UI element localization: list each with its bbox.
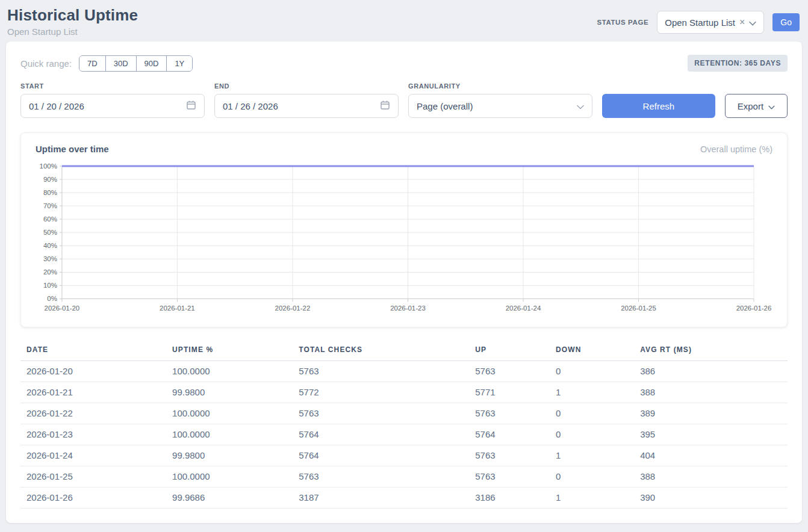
table-cell: 3187 <box>293 487 469 509</box>
svg-text:10%: 10% <box>43 282 57 289</box>
status-page-value: Open Startup List <box>665 17 735 28</box>
page-header: Historical Uptime Open Startup List STAT… <box>0 0 808 42</box>
start-date-value: 01 / 20 / 2026 <box>29 101 186 111</box>
clear-icon[interactable]: × <box>739 17 745 27</box>
svg-text:2026-01-24: 2026-01-24 <box>506 305 541 312</box>
start-date-field-group: START 01 / 20 / 2026 <box>20 82 205 118</box>
table-cell: 5763 <box>293 466 469 487</box>
table-col-header: DOWN <box>550 341 634 361</box>
svg-text:2026-01-20: 2026-01-20 <box>45 305 80 312</box>
export-button[interactable]: Export <box>725 94 788 118</box>
table-cell: 5763 <box>469 361 550 382</box>
table-cell: 388 <box>634 466 788 487</box>
table-cell: 100.0000 <box>166 403 293 424</box>
uptime-table: DATEUPTIME %TOTAL CHECKSUPDOWNAVG RT (MS… <box>20 341 788 509</box>
quick-range-group: 7D30D90D1Y <box>79 55 193 72</box>
table-cell: 1 <box>550 445 634 466</box>
refresh-button[interactable]: Refresh <box>602 94 715 118</box>
table-cell: 2026-01-20 <box>20 361 166 382</box>
table-cell: 0 <box>550 466 634 487</box>
page-title: Historical Uptime <box>7 6 138 25</box>
table-cell: 5764 <box>293 445 469 466</box>
table-cell: 386 <box>634 361 788 382</box>
table-cell: 2026-01-26 <box>20 487 166 509</box>
table-cell: 99.9686 <box>166 487 293 509</box>
page-subtitle: Open Startup List <box>7 26 138 37</box>
svg-text:50%: 50% <box>43 229 57 236</box>
uptime-line-chart-svg: 0%10%20%30%40%50%60%70%80%90%100%2026-01… <box>36 162 772 317</box>
svg-text:20%: 20% <box>43 268 57 276</box>
table-row: 2026-01-22100.0000576357630389 <box>20 403 788 424</box>
table-col-header: UP <box>469 341 550 361</box>
end-date-label: END <box>214 82 399 90</box>
table-cell: 99.9800 <box>166 445 293 466</box>
quick-range-row: Quick range: 7D30D90D1Y RETENTION: 365 D… <box>20 55 788 72</box>
go-button[interactable]: Go <box>772 13 800 31</box>
table-cell: 1 <box>550 382 634 403</box>
svg-text:2026-01-26: 2026-01-26 <box>736 305 772 312</box>
calendar-icon <box>380 100 390 112</box>
start-date-label: START <box>20 82 205 90</box>
quick-range-1y[interactable]: 1Y <box>166 56 192 71</box>
table-cell: 5763 <box>469 466 550 487</box>
status-page-select[interactable]: Open Startup List × <box>657 11 764 34</box>
calendar-icon <box>186 100 196 112</box>
table-cell: 2026-01-23 <box>20 424 166 445</box>
quick-range-7d[interactable]: 7D <box>79 56 105 71</box>
end-date-input[interactable]: 01 / 26 / 2026 <box>214 94 399 118</box>
chevron-down-icon <box>749 17 756 28</box>
table-cell: 5763 <box>293 361 469 382</box>
table-cell: 2026-01-21 <box>20 382 166 403</box>
table-row: 2026-01-20100.0000576357630386 <box>20 361 788 382</box>
table-cell: 404 <box>634 445 788 466</box>
granularity-field-group: GRANULARITY Page (overall) <box>408 82 592 118</box>
granularity-value: Page (overall) <box>417 101 577 111</box>
granularity-label: GRANULARITY <box>408 82 592 90</box>
svg-text:70%: 70% <box>43 202 57 209</box>
chart-title: Uptime over time <box>36 144 109 154</box>
table-cell: 5764 <box>469 424 550 445</box>
quick-range-left: Quick range: 7D30D90D1Y <box>20 55 193 72</box>
title-block: Historical Uptime Open Startup List <box>7 6 138 37</box>
table-row: 2026-01-25100.0000576357630388 <box>20 466 788 487</box>
svg-text:90%: 90% <box>43 176 57 183</box>
export-label: Export <box>738 101 763 111</box>
table-col-header: UPTIME % <box>166 341 293 361</box>
status-page-label: STATUS PAGE <box>597 19 648 26</box>
table-col-header: TOTAL CHECKS <box>293 341 469 361</box>
table-cell: 5763 <box>469 445 550 466</box>
table-row: 2026-01-2499.9800576457631404 <box>20 445 788 466</box>
table-col-header: DATE <box>20 341 166 361</box>
start-date-input[interactable]: 01 / 20 / 2026 <box>20 94 205 118</box>
table-cell: 3186 <box>469 487 550 509</box>
svg-text:2026-01-23: 2026-01-23 <box>390 305 426 312</box>
table-cell: 390 <box>634 487 788 509</box>
table-cell: 389 <box>634 403 788 424</box>
table-cell: 100.0000 <box>166 466 293 487</box>
main-card: Quick range: 7D30D90D1Y RETENTION: 365 D… <box>6 42 802 523</box>
table-cell: 0 <box>550 403 634 424</box>
table-row: 2026-01-2199.9800577257711388 <box>20 382 788 403</box>
svg-text:30%: 30% <box>43 255 57 262</box>
table-cell: 0 <box>550 424 634 445</box>
table-cell: 388 <box>634 382 788 403</box>
chevron-down-icon <box>577 101 584 111</box>
quick-range-90d[interactable]: 90D <box>136 56 167 71</box>
table-cell: 395 <box>634 424 788 445</box>
quick-range-30d[interactable]: 30D <box>105 56 136 71</box>
end-date-field-group: END 01 / 26 / 2026 <box>214 82 399 118</box>
table-cell: 2026-01-25 <box>20 466 166 487</box>
table-cell: 5763 <box>469 403 550 424</box>
table-cell: 2026-01-22 <box>20 403 166 424</box>
svg-text:2026-01-25: 2026-01-25 <box>621 305 656 312</box>
table-row: 2026-01-23100.0000576457640395 <box>20 424 788 445</box>
chevron-down-icon <box>768 101 775 111</box>
svg-text:2026-01-22: 2026-01-22 <box>275 305 311 312</box>
header-controls: STATUS PAGE Open Startup List × Go <box>597 11 800 34</box>
granularity-select[interactable]: Page (overall) <box>408 94 592 118</box>
table-cell: 1 <box>550 487 634 509</box>
table-cell: 100.0000 <box>166 424 293 445</box>
svg-text:60%: 60% <box>43 215 57 223</box>
quick-range-label: Quick range: <box>20 58 72 69</box>
chart-header: Uptime over time Overall uptime (%) <box>36 144 772 154</box>
